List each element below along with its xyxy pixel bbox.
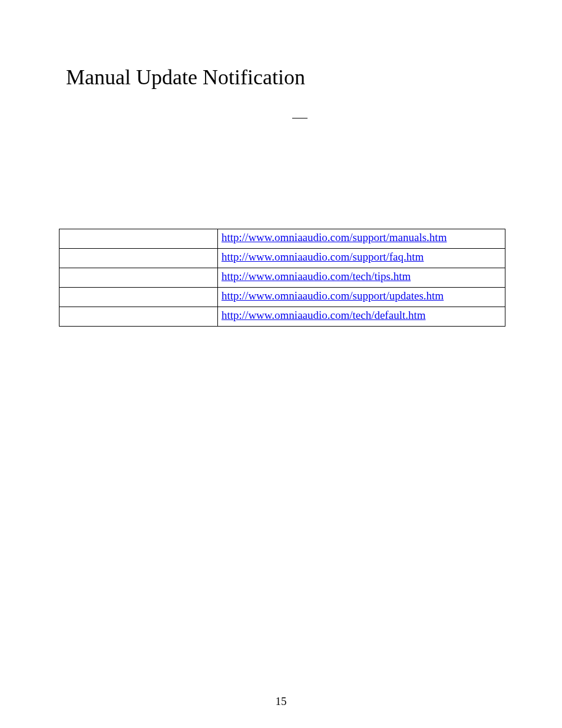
page-title: Manual Update Notification bbox=[66, 65, 503, 90]
link-label-cell bbox=[59, 288, 218, 307]
link-url-cell: http://www.omniaaudio.com/support/manual… bbox=[218, 229, 505, 249]
link-url-cell: http://www.omniaaudio.com/support/faq.ht… bbox=[218, 249, 505, 268]
link-label-cell bbox=[59, 307, 218, 327]
link-label-cell bbox=[59, 229, 218, 249]
table-row: http://www.omniaaudio.com/tech/default.h… bbox=[59, 307, 505, 327]
table-row: http://www.omniaaudio.com/tech/tips.htm bbox=[59, 268, 505, 288]
link-url-cell: http://www.omniaaudio.com/tech/tips.htm bbox=[218, 268, 505, 288]
links-table: http://www.omniaaudio.com/support/manual… bbox=[59, 229, 505, 327]
tech-default-link[interactable]: http://www.omniaaudio.com/tech/default.h… bbox=[222, 309, 426, 321]
link-url-cell: http://www.omniaaudio.com/tech/default.h… bbox=[218, 307, 505, 327]
link-url-cell: http://www.omniaaudio.com/support/update… bbox=[218, 288, 505, 307]
link-label-cell bbox=[59, 249, 218, 268]
separator-dash bbox=[292, 118, 308, 118]
link-label-cell bbox=[59, 268, 218, 288]
table-row: http://www.omniaaudio.com/support/update… bbox=[59, 288, 505, 307]
tips-link[interactable]: http://www.omniaaudio.com/tech/tips.htm bbox=[222, 270, 411, 282]
updates-link[interactable]: http://www.omniaaudio.com/support/update… bbox=[222, 289, 444, 302]
page-number: 15 bbox=[0, 695, 562, 708]
table-row: http://www.omniaaudio.com/support/manual… bbox=[59, 229, 505, 249]
manuals-link[interactable]: http://www.omniaaudio.com/support/manual… bbox=[222, 231, 447, 243]
document-page: Manual Update Notification http://www.om… bbox=[0, 0, 562, 728]
table-row: http://www.omniaaudio.com/support/faq.ht… bbox=[59, 249, 505, 268]
faq-link[interactable]: http://www.omniaaudio.com/support/faq.ht… bbox=[222, 251, 424, 263]
